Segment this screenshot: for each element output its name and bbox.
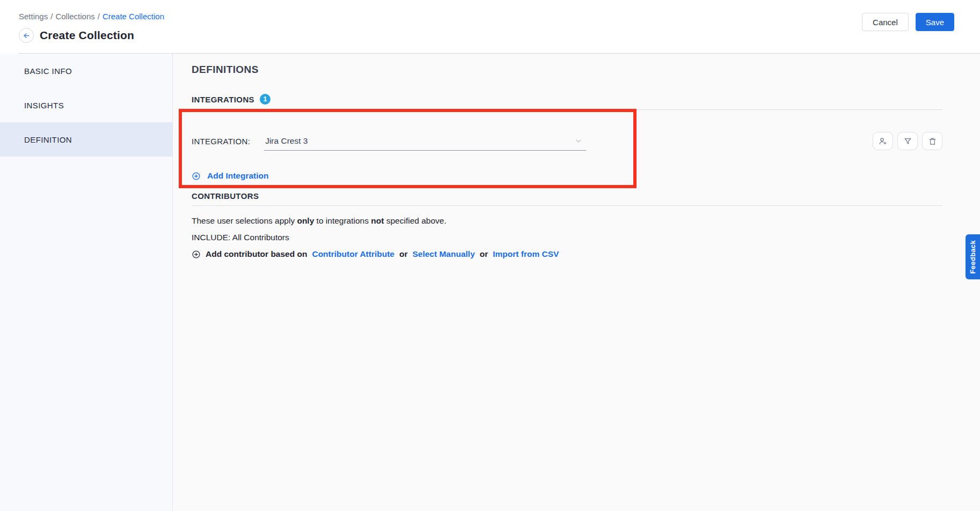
filter-icon — [903, 137, 912, 146]
contributors-title: CONTRIBUTORS — [192, 191, 259, 201]
add-contributor-prefix: Add contributor based on — [206, 249, 307, 259]
integrations-title: INTEGRATIONS — [192, 95, 254, 104]
integration-selected-value: Jira Crest 3 — [265, 136, 308, 146]
breadcrumb-separator: / — [50, 12, 53, 21]
feedback-tab[interactable]: Feedback — [966, 234, 980, 279]
integration-label: INTEGRATION: — [192, 137, 250, 146]
integration-actions — [873, 132, 942, 150]
or-text: or — [480, 249, 488, 259]
back-button[interactable] — [19, 28, 34, 43]
add-user-button[interactable] — [873, 132, 893, 150]
breadcrumb: Settings/Collections/Create Collection — [19, 12, 954, 21]
circle-plus-icon — [192, 250, 201, 259]
note-text-bold: not — [371, 216, 384, 225]
page-title: Create Collection — [40, 29, 134, 42]
delete-button[interactable] — [922, 132, 942, 150]
arrow-left-icon — [23, 32, 31, 40]
sidebar-item-definition[interactable]: DEFINITION — [0, 122, 172, 157]
include-line: INCLUDE: All Contributors — [192, 233, 942, 242]
circle-plus-icon — [192, 172, 201, 181]
add-integration-label: Add Integration — [207, 171, 269, 181]
integration-select[interactable]: Jira Crest 3 — [264, 131, 586, 151]
or-text: or — [399, 249, 408, 259]
note-text-bold: only — [297, 216, 314, 225]
save-button[interactable]: Save — [916, 13, 954, 31]
definitions-heading: DEFINITIONS — [192, 63, 942, 76]
contributor-attribute-link[interactable]: Contributor Attribute — [312, 249, 394, 259]
integrations-section-header: INTEGRATIONS 1 — [192, 94, 942, 110]
page-header: Settings/Collections/Create Collection C… — [0, 0, 980, 54]
feedback-tab-label: Feedback — [969, 240, 977, 273]
definition-panel: DEFINITIONS INTEGRATIONS 1 INTEGRATION: … — [173, 54, 980, 511]
sidebar-item-basic-info[interactable]: BASIC INFO — [0, 54, 172, 88]
integration-row: INTEGRATION: Jira Crest 3 — [192, 131, 942, 151]
cancel-button[interactable]: Cancel — [862, 13, 909, 31]
sidebar-item-insights[interactable]: INSIGHTS — [0, 88, 172, 122]
import-from-csv-link[interactable]: Import from CSV — [493, 249, 559, 259]
breadcrumb-settings[interactable]: Settings — [19, 12, 48, 21]
note-text: These user selections apply — [192, 216, 297, 225]
select-manually-link[interactable]: Select Manually — [412, 249, 474, 259]
contributors-note: These user selections apply only to inte… — [192, 216, 942, 226]
contributors-section-header: CONTRIBUTORS — [192, 191, 942, 206]
breadcrumb-separator: / — [98, 12, 100, 21]
note-text: to integrations — [314, 216, 371, 225]
add-contributor-line: Add contributor based on Contributor Att… — [192, 249, 942, 259]
breadcrumb-current[interactable]: Create Collection — [103, 12, 164, 21]
add-user-icon — [878, 136, 888, 146]
breadcrumb-collections[interactable]: Collections — [55, 12, 94, 21]
filter-button[interactable] — [897, 132, 918, 150]
add-integration-link[interactable]: Add Integration — [192, 171, 269, 181]
settings-sidebar: BASIC INFO INSIGHTS DEFINITION — [0, 54, 173, 511]
contributors-section: CONTRIBUTORS These user selections apply… — [192, 191, 942, 259]
integrations-count-badge: 1 — [260, 94, 270, 105]
note-text: specified above. — [384, 216, 446, 225]
chevron-down-icon — [574, 137, 583, 145]
trash-icon — [928, 137, 937, 146]
